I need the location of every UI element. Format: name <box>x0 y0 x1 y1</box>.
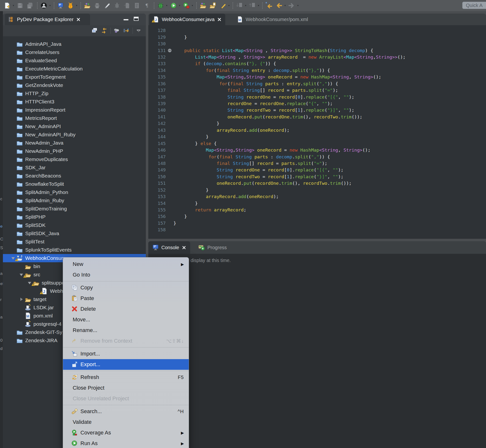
code-area[interactable]: 128129 }130131 public static List<Map<St… <box>148 25 486 239</box>
console-body[interactable]: No consoles to display at this time. <box>148 254 486 448</box>
run-dropdown-icon[interactable]: ▼ <box>178 4 181 7</box>
tree-item-newadmin-java[interactable]: NewAdmin_Java <box>3 139 146 147</box>
tree-item-getzendeskvote[interactable]: GetZendeskVote <box>3 81 146 89</box>
tree-item-snowflaketosplit[interactable]: SnowflakeToSplit <box>3 180 146 188</box>
menu-item-move[interactable]: Move... <box>63 314 189 325</box>
new-wizard-dropdown-icon[interactable]: ▼ <box>12 4 15 7</box>
code-line-130: 130 <box>148 40 486 47</box>
user-profile-icon[interactable] <box>40 2 48 9</box>
console-tab-console[interactable]: Console <box>148 241 190 254</box>
printer-icon <box>93 2 101 9</box>
tree-item-removeduplicates[interactable]: RemoveDuplicates <box>3 155 146 163</box>
tree-item-sdk-jar[interactable]: SDK_Jar <box>3 163 146 172</box>
minimize-icon[interactable] <box>123 19 128 20</box>
menu-item-new[interactable]: New▶ <box>63 259 189 270</box>
tree-item-http-zip[interactable]: HTTP_Zip <box>3 89 146 98</box>
maximize-icon[interactable] <box>134 17 138 21</box>
user-profile-dropdown-icon[interactable]: ▼ <box>49 4 51 7</box>
code-line-148: 148 final String[] record = parts.split(… <box>148 160 486 167</box>
menu-item-paste[interactable]: Paste <box>63 293 189 304</box>
menu-item-rename[interactable]: Rename... <box>63 325 189 336</box>
editor-tab-webhookconsumer-java[interactable]: JWebhookConsumer.java <box>149 14 225 25</box>
bug-orange-dropdown-icon[interactable]: ▼ <box>76 4 78 7</box>
menu-item-go-into[interactable]: Go Into <box>63 270 189 280</box>
tree-item-new-adminapi[interactable]: New_AdminAPI <box>3 122 146 130</box>
menu-item-validate[interactable]: Validate <box>63 417 189 427</box>
remove-context-icon <box>71 337 81 344</box>
tree-item-httpclient3[interactable]: HTTPClient3 <box>3 98 146 106</box>
tree-item-searchbeacons[interactable]: SearchBeacons <box>3 172 146 180</box>
chevron-right-icon[interactable] <box>18 297 24 302</box>
console-tab-progress[interactable]: Progress <box>194 241 233 254</box>
view-menu-icon[interactable] <box>135 27 142 35</box>
terminal-icon[interactable] <box>57 2 65 9</box>
tree-item-label: SplitSDK <box>25 222 46 228</box>
tree-item-splunktosplitevents[interactable]: SplunkToSplitEvents <box>3 246 146 254</box>
folder-objects-icon[interactable] <box>83 2 91 9</box>
menu-item-import[interactable]: Import... <box>63 348 189 359</box>
tree-item-splitadmin-python[interactable]: SplitAdmin_Python <box>3 188 146 196</box>
knife-icon[interactable] <box>103 2 111 9</box>
tree-item-splittest[interactable]: SplitTest <box>3 238 146 246</box>
tree-item-splitphp[interactable]: SplitPHP <box>3 213 146 221</box>
editor-tab-webhookconsumer-pom-xml[interactable]: MWebhookConsumer/pom.xml <box>233 14 314 25</box>
folder-blue-icon <box>16 49 23 56</box>
menu-item-refresh[interactable]: RefreshF5 <box>63 372 189 383</box>
tree-item-metricsreport[interactable]: MetricsReport <box>3 114 146 122</box>
line-number: 129 <box>148 35 166 40</box>
menu-item-run-as[interactable]: Run As▶ <box>63 438 189 448</box>
folder-balls-icon[interactable] <box>199 2 207 9</box>
bug-orange-icon[interactable] <box>67 2 74 9</box>
collapse-all-icon[interactable] <box>91 27 98 35</box>
code-text: } <box>173 221 176 226</box>
tree-item-newadmin-php[interactable]: NewAdmin_PHP <box>3 147 146 155</box>
pilcrow-icon[interactable]: ¶ <box>143 2 151 9</box>
editor-tab-label: WebhookConsumer.java <box>162 17 215 22</box>
tree-item-splitadmin-ruby[interactable]: SplitAdmin_Ruby <box>3 196 146 205</box>
run-icon[interactable] <box>170 2 177 9</box>
folder-clipboard-icon[interactable] <box>209 2 217 9</box>
tree-item-splitsdk[interactable]: SplitSDK <box>3 221 146 229</box>
coverage-icon <box>71 429 81 436</box>
run-external-icon[interactable] <box>182 2 190 9</box>
tree-item-executemetriccalculation[interactable]: ExecuteMetricCalculation <box>3 65 146 73</box>
code-text: String recordOne = record[0].replace("[{… <box>173 95 354 100</box>
tree-item-evaluateseed[interactable]: EvaluateSeed <box>3 56 146 65</box>
back-icon[interactable] <box>275 2 283 9</box>
fold-marker-icon[interactable] <box>166 49 173 52</box>
tree-item-splitsdk-java[interactable]: SplitSDK_Java <box>3 229 146 238</box>
link-editor-icon[interactable] <box>100 27 108 35</box>
tab-pydev-package-explorer[interactable]: PyDev Package Explorer <box>5 14 90 25</box>
packages-icon[interactable] <box>113 27 121 35</box>
debug-dropdown-icon[interactable]: ▼ <box>166 4 168 7</box>
quick-access-box[interactable]: Quick A <box>462 2 486 9</box>
back-dropdown-icon[interactable]: ▼ <box>284 4 286 7</box>
pen-icon[interactable] <box>219 2 227 9</box>
toolbar-separator <box>196 2 197 9</box>
tree-item-new-adminapi-ruby[interactable]: New_AdminAPI_Ruby <box>3 130 146 139</box>
tree-item-adminapi-java[interactable]: AdminAPI_Java <box>3 40 146 48</box>
tree-item-impressionreport[interactable]: ImpressionReport <box>3 106 146 114</box>
new-wizard-icon[interactable] <box>3 2 11 9</box>
close-icon[interactable] <box>181 245 186 250</box>
focus-task-icon[interactable] <box>122 27 130 35</box>
menu-item-close-unrelated-project: Close Unrelated Project <box>63 393 189 404</box>
menu-item-delete[interactable]: Delete <box>63 304 189 314</box>
tree-item-correlateusers[interactable]: CorrelateUsers <box>3 48 146 56</box>
close-icon[interactable] <box>76 17 81 22</box>
menu-separator <box>63 347 189 347</box>
tree-item-splitdemotraining[interactable]: SplitDemoTraining <box>3 205 146 213</box>
run-external-dropdown-icon[interactable]: ▼ <box>191 4 194 7</box>
import-icon <box>71 350 81 357</box>
menu-item-copy[interactable]: Copy <box>63 282 189 293</box>
debug-icon[interactable] <box>157 2 164 9</box>
pen-dropdown-icon[interactable]: ▼ <box>228 4 230 7</box>
menu-item-close-project[interactable]: Close Project <box>63 383 189 393</box>
tree-item-exporttosegment[interactable]: ExportToSegment <box>3 73 146 81</box>
menu-item-coverage-as[interactable]: Coverage As▶ <box>63 427 189 438</box>
folder-blue-icon <box>16 205 23 212</box>
menu-item-export[interactable]: Export... <box>63 359 189 370</box>
menu-item-search[interactable]: Search...^H <box>63 406 189 417</box>
close-icon[interactable] <box>217 17 222 22</box>
back-star-icon[interactable]: * <box>265 2 273 9</box>
